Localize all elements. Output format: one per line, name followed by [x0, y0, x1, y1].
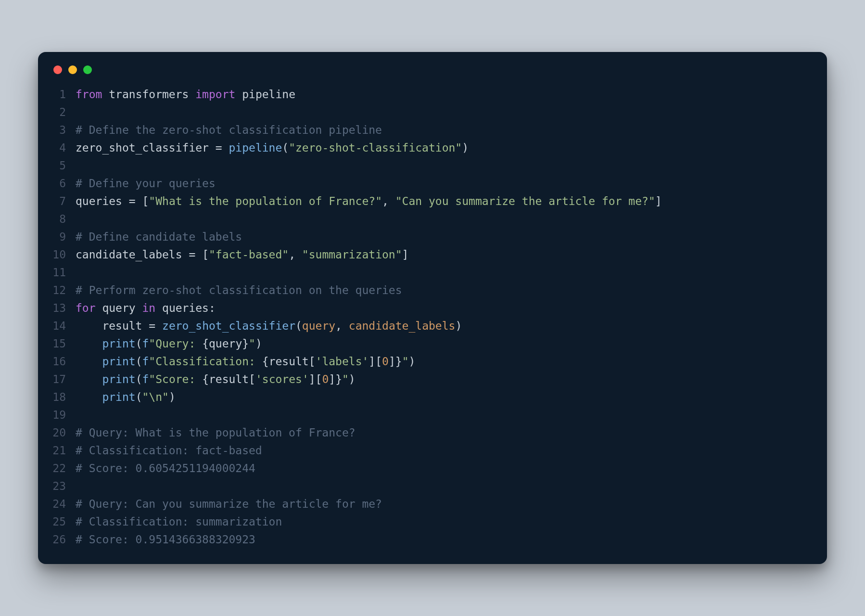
code-content: # Perform zero-shot classification on th… [76, 282, 402, 299]
token: queries [155, 302, 209, 314]
token: "What is the population of France?" [149, 195, 382, 207]
token: [ [142, 195, 149, 207]
code-line: 11 [52, 264, 813, 282]
code-line: 22# Score: 0.6054251194000244 [52, 460, 813, 477]
code-content [76, 406, 82, 424]
code-line: 7queries = ["What is the population of F… [52, 192, 813, 210]
minimize-icon[interactable] [68, 65, 77, 74]
line-number: 4 [52, 139, 76, 157]
code-line: 5 [52, 157, 813, 175]
token: print [102, 337, 135, 350]
code-content: # Classification: fact-based [76, 442, 262, 460]
code-line: 26# Score: 0.9514366388320923 [52, 531, 813, 549]
code-content: # Classification: summarization [76, 513, 282, 531]
code-line: 1from transformers import pipeline [52, 86, 813, 103]
token: : [209, 302, 216, 314]
token: import [195, 88, 235, 101]
code-content: candidate_labels = ["fact-based", "summa… [76, 246, 408, 264]
token [136, 195, 142, 207]
token: , [289, 248, 302, 261]
code-content [76, 477, 82, 495]
token: ( [282, 141, 289, 154]
token: f [142, 373, 149, 385]
line-number: 8 [52, 210, 76, 228]
line-number: 22 [52, 460, 76, 477]
token: result [76, 320, 149, 332]
token: [ [309, 355, 316, 368]
line-number: 9 [52, 228, 76, 246]
token: 0 [382, 355, 389, 368]
token: 'scores' [255, 373, 309, 385]
token: ) [349, 373, 356, 385]
code-line: 8 [52, 210, 813, 228]
code-content: # Query: Can you summarize the article f… [76, 495, 382, 513]
token: " [402, 355, 409, 368]
token: # Score: 0.6054251194000244 [76, 462, 255, 475]
token [76, 355, 102, 368]
token: ( [136, 391, 142, 403]
line-number: 19 [52, 406, 76, 424]
code-block: 1from transformers import pipeline2 3# D… [52, 86, 813, 549]
token: ) [462, 141, 469, 154]
code-content: # Define candidate labels [76, 228, 242, 246]
code-line: 17 print(f"Score: {result['scores'][0]}"… [52, 371, 813, 388]
token: 0 [322, 373, 329, 385]
code-content [76, 264, 82, 282]
token: , [382, 195, 395, 207]
token: # Perform zero-shot classification on th… [76, 284, 402, 296]
token: ) [255, 337, 262, 350]
code-content: result = zero_shot_classifier(query, can… [76, 317, 462, 335]
code-line: 6# Define your queries [52, 175, 813, 192]
token: query [209, 337, 242, 350]
line-number: 20 [52, 424, 76, 442]
token [76, 373, 102, 385]
line-number: 3 [52, 121, 76, 139]
line-number: 26 [52, 531, 76, 549]
token: # Classification: summarization [76, 515, 282, 528]
token: query [302, 320, 335, 332]
line-number: 21 [52, 442, 76, 460]
token: = [216, 141, 222, 154]
code-line: 16 print(f"Classification: {result['labe… [52, 353, 813, 371]
token: in [142, 302, 155, 314]
code-line: 3# Define the zero-shot classification p… [52, 121, 813, 139]
token: candidate_labels [76, 248, 189, 261]
token: "Can you summarize the article for me?" [395, 195, 655, 207]
token: ) [169, 391, 176, 403]
token: zero_shot_classifier [162, 320, 295, 332]
code-content: print(f"Query: {query}") [76, 335, 262, 353]
close-icon[interactable] [53, 65, 62, 74]
token: 'labels' [316, 355, 369, 368]
token: ( [136, 337, 142, 350]
code-line: 9# Define candidate labels [52, 228, 813, 246]
line-number: 24 [52, 495, 76, 513]
code-content: # Score: 0.6054251194000244 [76, 460, 255, 477]
code-line: 21# Classification: fact-based [52, 442, 813, 460]
line-number: 1 [52, 86, 76, 103]
token: { [202, 373, 209, 385]
line-number: 16 [52, 353, 76, 371]
token: ] [402, 248, 409, 261]
token: " [249, 337, 255, 350]
token: "Query: [149, 337, 202, 350]
traffic-lights [52, 65, 813, 74]
token: ) [455, 320, 462, 332]
token: ][ [369, 355, 382, 368]
code-content: print(f"Classification: {result['labels'… [76, 353, 415, 371]
token: # Query: Can you summarize the article f… [76, 498, 382, 510]
code-content: queries = ["What is the population of Fr… [76, 192, 662, 210]
code-line: 25# Classification: summarization [52, 513, 813, 531]
token: result [209, 373, 249, 385]
maximize-icon[interactable] [83, 65, 92, 74]
code-content: for query in queries: [76, 299, 216, 317]
line-number: 11 [52, 264, 76, 282]
code-line: 18 print("\n") [52, 388, 813, 406]
token: , [335, 320, 349, 332]
code-window: 1from transformers import pipeline2 3# D… [38, 52, 827, 564]
code-line: 12# Perform zero-shot classification on … [52, 282, 813, 299]
token: [ [202, 248, 209, 261]
line-number: 25 [52, 513, 76, 531]
token: f [142, 355, 149, 368]
line-number: 23 [52, 477, 76, 495]
code-line: 23 [52, 477, 813, 495]
